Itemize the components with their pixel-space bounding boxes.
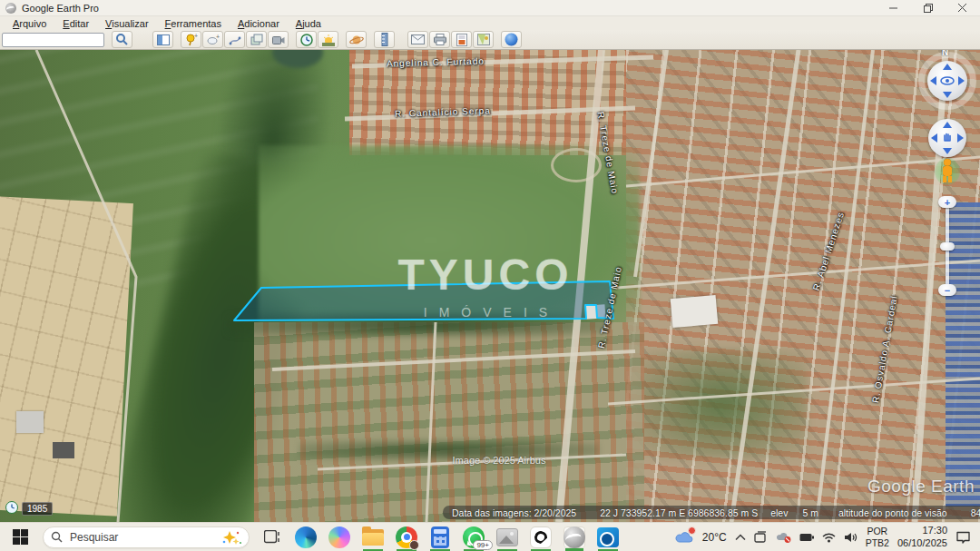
elevation-value: 5 m bbox=[802, 507, 818, 518]
ruler-icon bbox=[381, 33, 388, 46]
printer-icon bbox=[434, 34, 446, 45]
onedrive-error-icon[interactable] bbox=[776, 531, 791, 543]
taskbar-app-chatgpt[interactable] bbox=[530, 526, 552, 548]
temperature[interactable]: 20°C bbox=[702, 531, 727, 544]
property-polygon[interactable] bbox=[234, 281, 613, 320]
task-view-button[interactable] bbox=[261, 526, 283, 548]
save-image-button[interactable] bbox=[451, 31, 472, 48]
add-polygon-button[interactable]: + bbox=[202, 31, 223, 48]
search-button[interactable] bbox=[112, 31, 132, 48]
menu-ajuda[interactable]: Ajuda bbox=[289, 17, 328, 30]
close-button[interactable] bbox=[946, 0, 980, 16]
history-clock-icon[interactable] bbox=[5, 501, 18, 514]
volume-icon[interactable] bbox=[844, 532, 858, 543]
look-down-arrow-icon[interactable] bbox=[943, 92, 952, 98]
edge-icon bbox=[295, 526, 317, 548]
restore-button[interactable] bbox=[911, 0, 946, 16]
eye-altitude-label: altitude do ponto de visão bbox=[838, 507, 947, 518]
image-overlay-icon bbox=[250, 34, 263, 46]
windows-logo-icon bbox=[13, 529, 28, 545]
look-up-arrow-icon[interactable] bbox=[943, 64, 952, 70]
ruler-button[interactable] bbox=[374, 31, 395, 48]
north-label[interactable]: N bbox=[942, 50, 948, 57]
sunlight-button[interactable] bbox=[318, 31, 338, 48]
move-joystick[interactable] bbox=[928, 119, 966, 157]
desktop: Google Earth Pro Arquivo Editar Visualiz… bbox=[0, 0, 980, 551]
taskbar-app-copilot[interactable] bbox=[328, 526, 350, 548]
tray-date: 06/10/2025 bbox=[897, 537, 947, 550]
globe-button[interactable] bbox=[501, 31, 522, 48]
taskbar-clock[interactable]: 17:30 06/10/2025 bbox=[897, 525, 947, 550]
search-input[interactable] bbox=[2, 33, 104, 47]
notification-center-icon[interactable] bbox=[956, 530, 971, 544]
menu-visualizar[interactable]: Visualizar bbox=[98, 17, 156, 30]
add-path-button[interactable] bbox=[224, 31, 245, 48]
move-right-arrow-icon[interactable] bbox=[957, 133, 964, 143]
wifi-icon[interactable] bbox=[822, 532, 836, 543]
chatgpt-icon bbox=[530, 526, 552, 548]
google-earth-icon bbox=[564, 526, 585, 548]
photos-icon bbox=[496, 528, 518, 546]
virtual-desktop-icon[interactable] bbox=[754, 531, 768, 544]
move-up-arrow-icon[interactable] bbox=[943, 122, 952, 128]
print-button[interactable] bbox=[429, 31, 450, 48]
outlook-icon bbox=[597, 527, 619, 547]
video-camera-icon bbox=[272, 34, 285, 45]
look-joystick[interactable] bbox=[927, 61, 967, 101]
taskbar-search-placeholder: Pesquisar bbox=[70, 531, 214, 544]
taskbar-app-explorer[interactable] bbox=[362, 526, 384, 548]
zoom-slider-knob[interactable] bbox=[940, 242, 955, 251]
taskbar-app-calculator[interactable] bbox=[429, 526, 451, 548]
tray-chevron-icon[interactable] bbox=[735, 534, 746, 541]
taskbar-app-edge[interactable] bbox=[295, 526, 317, 548]
move-left-arrow-icon[interactable] bbox=[931, 133, 937, 143]
pegman[interactable] bbox=[942, 159, 953, 182]
zoom-out-button[interactable]: − bbox=[938, 284, 956, 296]
taskbar-app-outlook[interactable] bbox=[597, 526, 619, 548]
battery-icon[interactable] bbox=[799, 533, 814, 542]
imagery-date: Data das imagens: 2/20/2025 bbox=[452, 507, 576, 518]
record-tour-button[interactable] bbox=[268, 31, 289, 48]
history-year-badge[interactable]: 1985 bbox=[22, 502, 53, 516]
menu-ferramentas[interactable]: Ferramentas bbox=[158, 17, 229, 30]
menu-adicionar[interactable]: Adicionar bbox=[230, 17, 287, 30]
property-polygon-layer bbox=[0, 50, 980, 522]
taskbar-app-chrome[interactable] bbox=[396, 526, 417, 548]
globe-icon bbox=[505, 33, 518, 46]
menu-arquivo[interactable]: Arquivo bbox=[5, 17, 54, 30]
weather-widget[interactable] bbox=[674, 530, 694, 545]
taskbar-app-whatsapp[interactable]: 99+ bbox=[463, 526, 485, 548]
polygon-icon: + bbox=[207, 34, 220, 46]
map-icon bbox=[477, 34, 490, 45]
document-icon bbox=[456, 34, 467, 46]
look-right-arrow-icon[interactable] bbox=[958, 76, 965, 85]
svg-text:+: + bbox=[194, 34, 198, 39]
add-image-overlay-button[interactable] bbox=[246, 31, 267, 48]
taskbar-app-photos[interactable] bbox=[496, 526, 518, 548]
planets-button[interactable] bbox=[346, 31, 367, 48]
google-earth-logo: Google Earth bbox=[867, 477, 975, 497]
look-left-arrow-icon[interactable] bbox=[930, 76, 936, 85]
elevation-label: elev bbox=[770, 507, 788, 518]
map-viewport[interactable]: Angelina C. Furtado R. Cantalício Serpa … bbox=[0, 50, 980, 522]
language-indicator[interactable]: POR PTB2 bbox=[866, 526, 889, 547]
start-button[interactable] bbox=[9, 526, 31, 548]
eye-icon bbox=[940, 73, 955, 89]
copilot-icon bbox=[328, 526, 350, 548]
sidebar-toggle-button[interactable] bbox=[152, 31, 173, 48]
view-in-maps-button[interactable] bbox=[473, 31, 494, 48]
zoom-in-button[interactable]: + bbox=[938, 196, 956, 208]
historical-imagery-button[interactable] bbox=[296, 31, 317, 48]
taskbar-search[interactable]: Pesquisar bbox=[43, 526, 250, 548]
eye-altitude-value: 845 m bbox=[971, 507, 980, 518]
email-button[interactable] bbox=[407, 31, 428, 48]
taskbar: Pesquisar 99+ 20°C bbox=[0, 522, 980, 551]
toolbar: + + bbox=[0, 30, 980, 50]
calculator-icon bbox=[431, 526, 449, 548]
add-placemark-button[interactable]: + bbox=[181, 31, 201, 48]
move-down-arrow-icon[interactable] bbox=[943, 148, 952, 154]
minimize-button[interactable] bbox=[877, 0, 911, 16]
system-tray: 20°C POR PTB2 17:30 06/10/2025 bbox=[674, 525, 971, 550]
menu-editar[interactable]: Editar bbox=[55, 17, 96, 30]
taskbar-app-google-earth[interactable] bbox=[564, 526, 585, 548]
